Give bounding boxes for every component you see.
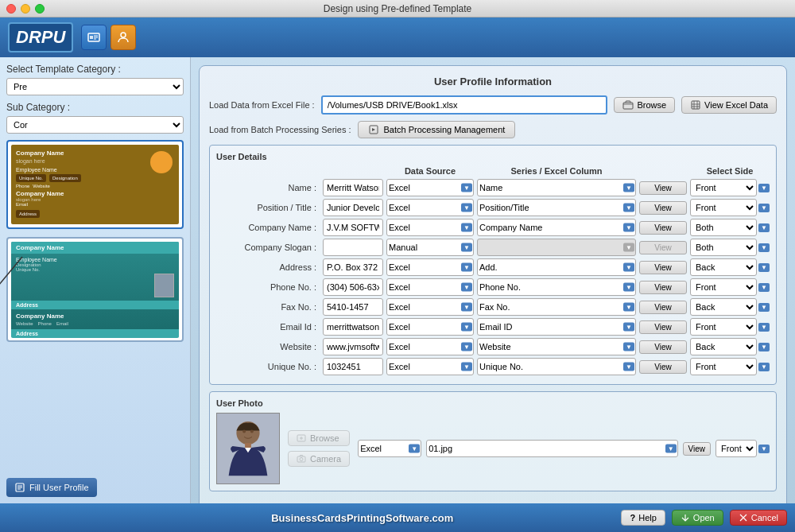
row-unique-view-btn[interactable]: View: [639, 360, 687, 374]
minimize-window-btn[interactable]: [21, 4, 30, 14]
sub-category-select[interactable]: Cor: [6, 116, 184, 134]
photo-view-btn[interactable]: View: [683, 442, 712, 456]
row-name-col-select[interactable]: Name: [477, 179, 636, 196]
col-header-data-source: Data Source: [386, 166, 474, 176]
row-slogan-side-select[interactable]: BothFrontBack: [690, 239, 757, 256]
row-fax-source-select[interactable]: ExcelManual: [386, 298, 474, 316]
row-phone-side-select[interactable]: FrontBackBoth: [690, 278, 757, 296]
row-email-col-select[interactable]: Email ID: [477, 318, 636, 336]
footer-right: ? Help Open Cancel: [621, 510, 787, 526]
row-position-side-select[interactable]: FrontBackBoth: [690, 199, 757, 216]
table-row: Unique No. : ExcelManual ▼ Unique No. ▼ …: [216, 358, 770, 375]
footer-open-button[interactable]: Open: [672, 510, 723, 526]
row-email-input[interactable]: [323, 318, 383, 336]
row-company-col-select[interactable]: Company Name: [477, 219, 636, 236]
svg-rect-1: [90, 36, 93, 39]
row-name-side-wrapper: FrontBackBoth ▼: [690, 179, 770, 196]
photo-camera-button: Camera: [288, 451, 350, 467]
row-fax-side-wrapper: BackFrontBoth ▼: [690, 298, 770, 316]
row-name-view-btn[interactable]: View: [639, 181, 687, 195]
toolbar-icon-profile[interactable]: [111, 25, 136, 50]
photo-source-select[interactable]: ExcelManual: [358, 440, 421, 457]
row-slogan-input[interactable]: [323, 239, 383, 256]
template-category-label: Select Template Category :: [6, 64, 184, 75]
table-row: Fax No. : ExcelManual ▼ Fax No. ▼ View B: [216, 298, 770, 316]
row-name-label: Name :: [216, 183, 320, 192]
photo-browse-button: Browse: [288, 430, 350, 446]
table-row: Phone No. : ExcelManual ▼ Phone No. ▼ Vi…: [216, 278, 770, 296]
row-fax-col-select[interactable]: Fax No.: [477, 298, 636, 316]
card-inner-2: Company Name Employee Name Designation U…: [11, 242, 179, 337]
row-website-source-select[interactable]: ExcelManual: [386, 338, 474, 355]
row-website-side-select[interactable]: BackFrontBoth: [690, 338, 757, 355]
row-fax-side-select[interactable]: BackFrontBoth: [690, 298, 757, 316]
row-website-input[interactable]: [323, 338, 383, 355]
toolbar-icon-card[interactable]: [81, 25, 107, 50]
template-category-select[interactable]: Pre: [6, 78, 184, 95]
window-controls[interactable]: [6, 4, 45, 14]
row-unique-side-select[interactable]: FrontBackBoth: [690, 358, 757, 375]
row-name-side-select[interactable]: FrontBackBoth: [690, 179, 757, 196]
row-position-source-select[interactable]: ExcelManual: [386, 199, 474, 216]
row-unique-col-select[interactable]: Unique No.: [477, 358, 636, 375]
row-position-col-select[interactable]: Position/Title: [477, 199, 636, 216]
row-company-view-btn[interactable]: View: [639, 221, 687, 235]
row-name-input[interactable]: [323, 179, 383, 196]
photo-side-select[interactable]: FrontBackBoth: [716, 440, 757, 457]
row-company-source-select[interactable]: ExcelManual: [386, 219, 474, 236]
fill-profile-label: Fill User Profile: [29, 483, 89, 492]
template-preview-area: Company Name slogan here Employee Name U…: [6, 140, 184, 472]
table-row: Company Name : ExcelManual ▼ Company Nam…: [216, 219, 770, 236]
row-email-source-select[interactable]: ExcelManual: [386, 318, 474, 336]
app-container: DRPU Select Template Ca: [0, 17, 795, 532]
row-company-side-select[interactable]: BothFrontBack: [690, 219, 757, 236]
view-excel-button[interactable]: View Excel Data: [681, 96, 777, 114]
row-position-input[interactable]: [323, 199, 383, 216]
row-company-col-wrapper: Company Name ▼: [477, 219, 636, 236]
table-row: Name : ExcelManual ▼ Name ▼ View FrontBa: [216, 179, 770, 196]
footer-cancel-button[interactable]: Cancel: [730, 510, 787, 526]
row-address-col-select[interactable]: Add.: [477, 258, 636, 276]
row-unique-input[interactable]: [323, 358, 383, 375]
row-email-side-select[interactable]: FrontBackBoth: [690, 318, 757, 336]
row-company-source-wrapper: ExcelManual ▼: [386, 219, 474, 236]
row-address-input[interactable]: [323, 258, 383, 276]
row-fax-input[interactable]: [323, 298, 383, 316]
photo-file-select[interactable]: 01.jpg: [426, 440, 677, 457]
browse-button[interactable]: Browse: [614, 97, 675, 113]
row-slogan-col-select[interactable]: [477, 239, 636, 256]
row-phone-source-select[interactable]: ExcelManual: [386, 278, 474, 296]
row-address-source-select[interactable]: ExcelManual: [386, 258, 474, 276]
top-bar: DRPU: [0, 17, 795, 57]
table-row: Address : ExcelManual ▼ Add. ▼ View Back: [216, 258, 770, 276]
row-address-view-btn[interactable]: View: [639, 261, 687, 274]
row-slogan-view-btn: View: [639, 241, 687, 254]
row-address-side-select[interactable]: BackFrontBoth: [690, 258, 757, 276]
template-card-1[interactable]: Company Name slogan here Employee Name U…: [6, 140, 184, 229]
row-phone-col-select[interactable]: Phone No.: [477, 278, 636, 296]
sub-category-label: Sub Category :: [6, 102, 184, 113]
row-website-col-select[interactable]: Website: [477, 338, 636, 355]
svg-rect-23: [245, 443, 251, 448]
row-phone-view-btn[interactable]: View: [639, 281, 687, 294]
footer-help-button[interactable]: ? Help: [621, 510, 665, 526]
maximize-window-btn[interactable]: [35, 4, 45, 14]
fill-user-profile-button[interactable]: Fill User Profile: [6, 478, 97, 497]
row-fax-view-btn[interactable]: View: [639, 301, 687, 314]
row-phone-input[interactable]: [323, 278, 383, 296]
batch-processing-button[interactable]: Batch Processing Management: [358, 121, 516, 138]
close-window-btn[interactable]: [6, 4, 16, 14]
row-name-source-select[interactable]: ExcelManual: [386, 179, 474, 196]
template-card-2[interactable]: Company Name Employee Name Designation U…: [6, 237, 184, 342]
row-slogan-source-select[interactable]: ManualExcel: [386, 239, 474, 256]
content-area: Select Template Category : Pre Sub Categ…: [0, 57, 795, 503]
row-position-view-btn[interactable]: View: [639, 201, 687, 215]
row-company-input[interactable]: [323, 219, 383, 236]
row-unique-side-wrapper: FrontBackBoth ▼: [690, 358, 770, 375]
svg-point-5: [121, 33, 126, 37]
browse-label: Browse: [637, 100, 666, 110]
file-path-input[interactable]: [321, 95, 608, 115]
row-website-view-btn[interactable]: View: [639, 340, 687, 354]
row-unique-source-select[interactable]: ExcelManual: [386, 358, 474, 375]
row-email-view-btn[interactable]: View: [639, 320, 687, 334]
